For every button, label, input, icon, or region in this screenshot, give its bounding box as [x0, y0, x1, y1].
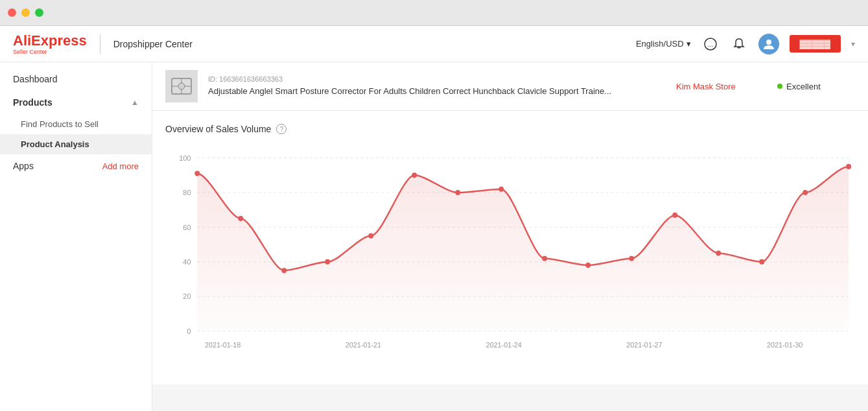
svg-text:80: 80	[183, 189, 191, 196]
svg-text:20: 20	[183, 292, 191, 300]
product-name: Adjustable Anglel Smart Posture Correcto…	[208, 86, 666, 97]
find-products-label: Find Products to Sell	[21, 119, 99, 129]
svg-point-6	[178, 83, 185, 89]
svg-text:2021-01-24: 2021-01-24	[486, 341, 521, 349]
svg-text:60: 60	[183, 223, 191, 231]
chart-point	[585, 263, 591, 268]
logo: AliExpress Seller Center	[13, 32, 87, 55]
chart-point	[759, 259, 764, 264]
sidebar-item-find-products[interactable]: Find Products to Sell	[0, 114, 152, 134]
product-id: ID: 1663661636663363	[208, 75, 666, 83]
maximize-button[interactable]	[35, 8, 43, 17]
svg-text:40: 40	[183, 258, 191, 266]
cta-button[interactable]: ▓▓▓▓▓	[790, 35, 841, 53]
app: AliExpress Seller Center Dropshipper Cen…	[0, 26, 868, 411]
svg-text:2021-01-21: 2021-01-21	[346, 341, 381, 349]
avatar[interactable]	[758, 34, 779, 54]
header-title: Dropshipper Center	[113, 39, 193, 49]
header-right: English/USD ▾ ...	[636, 34, 855, 54]
sidebar-apps-label: Apps	[13, 161, 34, 171]
sidebar-item-product-analysis[interactable]: Product Analysis	[0, 134, 152, 154]
header-chevron: ▾	[851, 40, 855, 49]
chart-point	[716, 250, 721, 255]
product-info: ID: 1663661636663363 Adjustable Anglel S…	[208, 75, 666, 97]
svg-text:2021-01-30: 2021-01-30	[767, 341, 803, 349]
products-chevron: ▲	[131, 98, 139, 107]
sidebar-products-label: Products	[13, 97, 53, 108]
sidebar: Dashboard Products ▲ Find Products to Se…	[0, 62, 152, 411]
product-store[interactable]: Kim Mask Store	[676, 82, 767, 91]
chart-point	[368, 233, 373, 239]
chart-point	[455, 190, 460, 195]
svg-text:0: 0	[187, 327, 191, 335]
chart-point	[542, 256, 547, 261]
header-divider	[100, 34, 100, 54]
chart-title-text: Overview of Sales Volume	[165, 124, 271, 134]
header-left: AliExpress Seller Center Dropshipper Cen…	[13, 32, 193, 55]
logo-sub: Seller Center	[13, 49, 87, 55]
chart-point	[629, 256, 634, 261]
main: Dashboard Products ▲ Find Products to Se…	[0, 62, 868, 411]
sidebar-item-products[interactable]: Products ▲	[0, 91, 152, 114]
svg-point-2	[766, 40, 771, 45]
language-chevron: ▾	[686, 39, 691, 49]
chart-point	[281, 268, 287, 273]
messages-button[interactable]: ...	[701, 35, 720, 53]
notifications-button[interactable]	[730, 35, 748, 53]
help-icon[interactable]: ?	[276, 124, 287, 134]
product-analysis-label: Product Analysis	[21, 139, 89, 149]
close-button[interactable]	[8, 8, 16, 17]
svg-text:...: ...	[707, 41, 712, 48]
chart-container: 100 80 60 40 20 0 2021-01-18 2021-01-21 …	[165, 145, 855, 384]
product-row: ID: 1663661636663363 Adjustable Anglel S…	[152, 62, 868, 111]
chart-svg: 100 80 60 40 20 0 2021-01-18 2021-01-21 …	[165, 145, 855, 384]
sidebar-apps-row: Apps Add more	[0, 154, 152, 178]
chart-point	[499, 187, 504, 192]
chart-point	[238, 216, 243, 221]
chart-area-fill	[197, 167, 849, 331]
svg-text:2021-01-27: 2021-01-27	[626, 341, 662, 349]
svg-text:100: 100	[179, 154, 191, 161]
language-label: English/USD	[636, 39, 684, 49]
add-more-link[interactable]: Add more	[102, 161, 139, 171]
svg-text:2021-01-18: 2021-01-18	[205, 341, 240, 349]
product-status: Excellent	[777, 82, 855, 91]
content-area: ID: 1663661636663363 Adjustable Anglel S…	[152, 62, 868, 411]
logo-text: AliExpress	[13, 32, 87, 49]
status-dot	[777, 84, 782, 89]
product-thumbnail	[165, 70, 198, 102]
chart-point	[325, 259, 330, 264]
sidebar-item-dashboard[interactable]: Dashboard	[0, 67, 152, 91]
chart-point	[846, 164, 851, 169]
status-label: Excellent	[786, 82, 821, 91]
window-chrome	[0, 0, 868, 26]
header: AliExpress Seller Center Dropshipper Cen…	[0, 26, 868, 62]
chart-point	[194, 170, 200, 176]
sidebar-dashboard-label: Dashboard	[13, 74, 58, 84]
chart-point	[672, 213, 677, 218]
language-selector[interactable]: English/USD ▾	[636, 39, 691, 49]
chart-section: Overview of Sales Volume ? 100	[152, 111, 868, 384]
chart-point	[803, 190, 808, 195]
chart-title-row: Overview of Sales Volume ?	[165, 124, 855, 134]
minimize-button[interactable]	[21, 8, 30, 17]
chart-point	[412, 172, 417, 178]
